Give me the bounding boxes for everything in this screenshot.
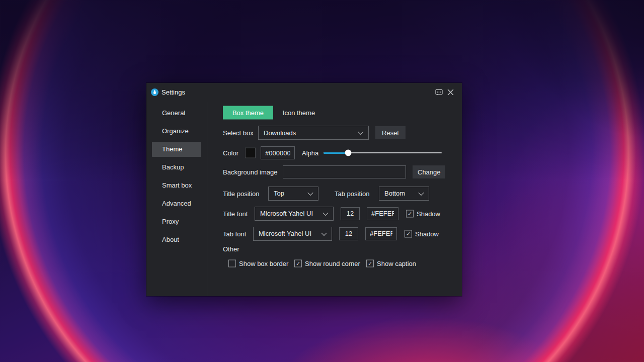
title-shadow-label[interactable]: Shadow: [417, 210, 440, 217]
position-row: Title position Top Tab position Bottom: [146, 187, 462, 200]
desktop-wallpaper: Settings General Organize Theme: [0, 0, 644, 362]
title-position-label: Title position: [223, 190, 260, 197]
settings-dialog: Settings General Organize Theme: [146, 83, 462, 296]
other-section: Other: [146, 244, 462, 254]
select-box-label: Select box: [223, 129, 254, 137]
titlebar[interactable]: Settings: [146, 83, 462, 102]
tab-position-label: Tab position: [335, 190, 369, 197]
tab-font-label: Tab font: [223, 230, 246, 237]
tab-icon-theme[interactable]: Icon theme: [276, 106, 321, 119]
close-icon[interactable]: [447, 88, 454, 96]
tab-shadow-label[interactable]: Shadow: [415, 230, 439, 237]
show-caption-label[interactable]: Show caption: [377, 260, 416, 267]
select-box-value: Downloads: [264, 129, 296, 137]
title-position-value: Top: [274, 190, 284, 197]
tab-font-dropdown[interactable]: Microsoft Yahei UI: [253, 227, 332, 241]
title-font-value: Microsoft Yahei UI: [260, 210, 313, 217]
title-font-size-input[interactable]: [341, 207, 360, 220]
title-font-color-input[interactable]: [367, 207, 398, 220]
title-position-dropdown[interactable]: Top: [268, 187, 318, 201]
chevron-down-icon: [307, 190, 313, 195]
chevron-down-icon: [323, 210, 328, 215]
app-logo-icon: [151, 88, 158, 96]
tab-position-value: Bottom: [384, 190, 405, 197]
alpha-slider-thumb[interactable]: [345, 150, 352, 156]
show-caption-checkbox[interactable]: [366, 260, 374, 267]
title-font-row: Title font Microsoft Yahei UI Shadow: [146, 207, 462, 220]
tab-shadow-checkbox[interactable]: [405, 230, 412, 237]
reset-button[interactable]: Reset: [375, 126, 406, 139]
tab-font-row: Tab font Microsoft Yahei UI Shadow: [146, 227, 462, 240]
tab-font-value: Microsoft Yahei UI: [259, 230, 311, 237]
title-font-label: Title font: [223, 210, 248, 217]
tab-font-color-input[interactable]: [365, 227, 397, 240]
show-round-corner-label[interactable]: Show round corner: [305, 260, 360, 267]
tab-position-dropdown[interactable]: Bottom: [379, 187, 429, 201]
color-label: Color: [223, 149, 238, 157]
tab-font-size-input[interactable]: [339, 227, 358, 240]
background-image-row: Background image Change: [146, 165, 462, 178]
window-title: Settings: [162, 83, 185, 102]
background-image-label: Background image: [223, 168, 277, 176]
show-box-border-checkbox[interactable]: [228, 260, 236, 267]
tab-box-theme[interactable]: Box theme: [223, 106, 273, 119]
show-box-border-label[interactable]: Show box border: [239, 260, 288, 267]
chevron-down-icon: [418, 190, 424, 195]
select-box-row: Select box Downloads Reset: [146, 126, 462, 140]
color-row: Color Alpha: [146, 146, 462, 159]
alpha-label: Alpha: [302, 149, 318, 157]
background-image-input[interactable]: [283, 165, 406, 178]
change-button[interactable]: Change: [413, 165, 445, 178]
select-box-dropdown[interactable]: Downloads: [258, 126, 369, 140]
color-swatch[interactable]: [245, 148, 256, 158]
color-hex-input[interactable]: [261, 146, 295, 159]
other-label: Other: [223, 245, 239, 253]
feedback-icon[interactable]: [435, 88, 443, 96]
theme-tabs: Box theme Icon theme: [146, 106, 462, 119]
alpha-slider[interactable]: [324, 149, 442, 156]
show-round-corner-checkbox[interactable]: [294, 260, 302, 267]
chevron-down-icon: [358, 129, 363, 135]
other-checkbox-row: Show box border Show round corner Show c…: [146, 257, 462, 270]
title-font-dropdown[interactable]: Microsoft Yahei UI: [255, 207, 334, 221]
title-shadow-checkbox[interactable]: [406, 210, 414, 217]
chevron-down-icon: [321, 230, 327, 235]
